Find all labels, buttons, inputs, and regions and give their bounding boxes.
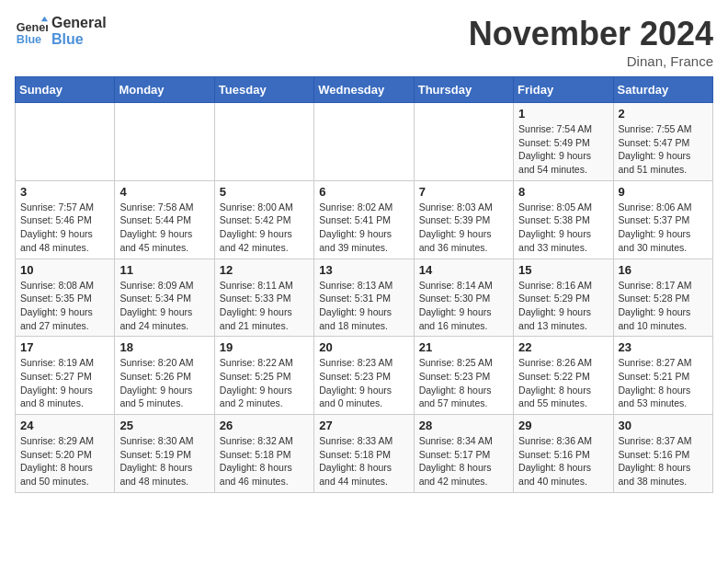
- calendar-cell: 11Sunrise: 8:09 AMSunset: 5:34 PMDayligh…: [115, 259, 214, 337]
- day-number: 6: [319, 185, 408, 199]
- day-number: 9: [619, 185, 708, 199]
- day-number: 1: [518, 107, 608, 121]
- day-info: Sunrise: 8:16 AMSunset: 5:29 PMDaylight:…: [518, 279, 608, 333]
- day-number: 23: [619, 340, 708, 354]
- day-number: 29: [518, 419, 608, 432]
- calendar-cell: 7Sunrise: 8:03 AMSunset: 5:39 PMDaylight…: [414, 180, 513, 259]
- day-number: 7: [419, 185, 508, 199]
- day-info: Sunrise: 7:57 AMSunset: 5:46 PMDaylight:…: [20, 201, 109, 255]
- day-info: Sunrise: 7:54 AMSunset: 5:49 PMDaylight:…: [518, 122, 608, 177]
- month-title: November 2024: [469, 15, 713, 53]
- day-number: 12: [220, 263, 309, 277]
- calendar-cell: 2Sunrise: 7:55 AMSunset: 5:47 PMDaylight…: [613, 103, 712, 181]
- svg-marker-2: [41, 17, 48, 21]
- calendar-cell: 24Sunrise: 8:29 AMSunset: 5:20 PMDayligh…: [16, 415, 115, 493]
- calendar-cell: 15Sunrise: 8:16 AMSunset: 5:29 PMDayligh…: [514, 259, 613, 337]
- calendar-cell: 3Sunrise: 7:57 AMSunset: 5:46 PMDaylight…: [16, 180, 115, 259]
- calendar-cell: 1Sunrise: 7:54 AMSunset: 5:49 PMDaylight…: [514, 103, 613, 181]
- header-thursday: Thursday: [414, 77, 513, 103]
- calendar-cell: 16Sunrise: 8:17 AMSunset: 5:28 PMDayligh…: [613, 259, 712, 337]
- calendar-cell: 21Sunrise: 8:25 AMSunset: 5:23 PMDayligh…: [414, 337, 513, 415]
- day-info: Sunrise: 8:32 AMSunset: 5:18 PMDaylight:…: [220, 434, 309, 488]
- day-number: 8: [518, 185, 608, 199]
- calendar-cell: 28Sunrise: 8:34 AMSunset: 5:17 PMDayligh…: [414, 415, 513, 493]
- logo: General Blue General Blue: [15, 15, 107, 48]
- logo-icon: General Blue: [15, 15, 48, 48]
- day-info: Sunrise: 8:03 AMSunset: 5:39 PMDaylight:…: [419, 201, 508, 255]
- logo-line1: General: [51, 15, 107, 31]
- day-number: 20: [319, 340, 408, 354]
- day-number: 28: [419, 419, 508, 432]
- day-number: 22: [518, 340, 608, 354]
- day-number: 19: [220, 340, 309, 354]
- title-area: November 2024 Dinan, France: [469, 15, 713, 69]
- calendar-cell: 30Sunrise: 8:37 AMSunset: 5:16 PMDayligh…: [613, 415, 712, 493]
- calendar-cell: 17Sunrise: 8:19 AMSunset: 5:27 PMDayligh…: [16, 337, 115, 415]
- day-info: Sunrise: 8:27 AMSunset: 5:21 PMDaylight:…: [619, 356, 708, 410]
- day-number: 11: [119, 263, 209, 277]
- day-info: Sunrise: 8:11 AMSunset: 5:33 PMDaylight:…: [220, 279, 309, 333]
- day-info: Sunrise: 8:06 AMSunset: 5:37 PMDaylight:…: [619, 201, 708, 255]
- calendar-cell: 5Sunrise: 8:00 AMSunset: 5:42 PMDaylight…: [214, 180, 313, 259]
- calendar-cell: [115, 103, 214, 181]
- calendar-cell: 12Sunrise: 8:11 AMSunset: 5:33 PMDayligh…: [214, 259, 313, 337]
- day-number: 21: [419, 340, 508, 354]
- day-info: Sunrise: 8:25 AMSunset: 5:23 PMDaylight:…: [419, 356, 508, 410]
- day-number: 10: [20, 263, 109, 277]
- day-info: Sunrise: 7:58 AMSunset: 5:44 PMDaylight:…: [119, 201, 209, 255]
- day-number: 4: [119, 185, 209, 199]
- day-info: Sunrise: 8:14 AMSunset: 5:30 PMDaylight:…: [419, 279, 508, 333]
- calendar-cell: [414, 103, 513, 181]
- day-info: Sunrise: 8:34 AMSunset: 5:17 PMDaylight:…: [419, 434, 508, 488]
- day-number: 25: [119, 419, 209, 432]
- day-info: Sunrise: 8:17 AMSunset: 5:28 PMDaylight:…: [619, 279, 708, 333]
- day-info: Sunrise: 8:13 AMSunset: 5:31 PMDaylight:…: [319, 279, 408, 333]
- day-info: Sunrise: 8:26 AMSunset: 5:22 PMDaylight:…: [518, 356, 608, 410]
- day-number: 30: [619, 419, 708, 432]
- calendar-week-1: 1Sunrise: 7:54 AMSunset: 5:49 PMDaylight…: [16, 103, 713, 181]
- header: General Blue General Blue November 2024 …: [15, 15, 713, 69]
- calendar-cell: 14Sunrise: 8:14 AMSunset: 5:30 PMDayligh…: [414, 259, 513, 337]
- day-number: 15: [518, 263, 608, 277]
- day-info: Sunrise: 8:36 AMSunset: 5:16 PMDaylight:…: [518, 434, 608, 488]
- header-sunday: Sunday: [16, 77, 115, 103]
- day-info: Sunrise: 8:37 AMSunset: 5:16 PMDaylight:…: [619, 434, 708, 488]
- calendar-week-2: 3Sunrise: 7:57 AMSunset: 5:46 PMDaylight…: [16, 180, 713, 259]
- calendar-cell: 20Sunrise: 8:23 AMSunset: 5:23 PMDayligh…: [314, 337, 414, 415]
- day-info: Sunrise: 8:19 AMSunset: 5:27 PMDaylight:…: [20, 356, 109, 410]
- calendar-cell: 19Sunrise: 8:22 AMSunset: 5:25 PMDayligh…: [214, 337, 313, 415]
- calendar-cell: 22Sunrise: 8:26 AMSunset: 5:22 PMDayligh…: [514, 337, 613, 415]
- calendar-week-5: 24Sunrise: 8:29 AMSunset: 5:20 PMDayligh…: [16, 415, 713, 493]
- day-number: 2: [619, 107, 708, 121]
- day-info: Sunrise: 8:05 AMSunset: 5:38 PMDaylight:…: [518, 201, 608, 255]
- calendar: SundayMondayTuesdayWednesdayThursdayFrid…: [15, 76, 713, 493]
- day-number: 3: [20, 185, 109, 199]
- day-number: 13: [319, 263, 408, 277]
- calendar-cell: 26Sunrise: 8:32 AMSunset: 5:18 PMDayligh…: [214, 415, 313, 493]
- header-friday: Friday: [514, 77, 613, 103]
- svg-text:Blue: Blue: [17, 33, 41, 46]
- calendar-header-row: SundayMondayTuesdayWednesdayThursdayFrid…: [16, 77, 713, 103]
- logo-line2: Blue: [51, 31, 107, 48]
- day-info: Sunrise: 8:08 AMSunset: 5:35 PMDaylight:…: [20, 279, 109, 333]
- calendar-cell: [314, 103, 414, 181]
- calendar-cell: 18Sunrise: 8:20 AMSunset: 5:26 PMDayligh…: [115, 337, 214, 415]
- header-saturday: Saturday: [613, 77, 712, 103]
- day-info: Sunrise: 8:30 AMSunset: 5:19 PMDaylight:…: [119, 434, 209, 488]
- calendar-cell: 27Sunrise: 8:33 AMSunset: 5:18 PMDayligh…: [314, 415, 414, 493]
- calendar-cell: 25Sunrise: 8:30 AMSunset: 5:19 PMDayligh…: [115, 415, 214, 493]
- day-info: Sunrise: 8:09 AMSunset: 5:34 PMDaylight:…: [119, 279, 209, 333]
- day-number: 24: [20, 419, 109, 432]
- day-info: Sunrise: 8:22 AMSunset: 5:25 PMDaylight:…: [220, 356, 309, 410]
- calendar-cell: 6Sunrise: 8:02 AMSunset: 5:41 PMDaylight…: [314, 180, 414, 259]
- header-monday: Monday: [115, 77, 214, 103]
- calendar-cell: 8Sunrise: 8:05 AMSunset: 5:38 PMDaylight…: [514, 180, 613, 259]
- calendar-week-3: 10Sunrise: 8:08 AMSunset: 5:35 PMDayligh…: [16, 259, 713, 337]
- day-number: 5: [220, 185, 309, 199]
- day-info: Sunrise: 8:33 AMSunset: 5:18 PMDaylight:…: [319, 434, 408, 488]
- header-tuesday: Tuesday: [214, 77, 313, 103]
- day-number: 17: [20, 340, 109, 354]
- calendar-cell: 23Sunrise: 8:27 AMSunset: 5:21 PMDayligh…: [613, 337, 712, 415]
- calendar-cell: 4Sunrise: 7:58 AMSunset: 5:44 PMDaylight…: [115, 180, 214, 259]
- location: Dinan, France: [469, 53, 713, 69]
